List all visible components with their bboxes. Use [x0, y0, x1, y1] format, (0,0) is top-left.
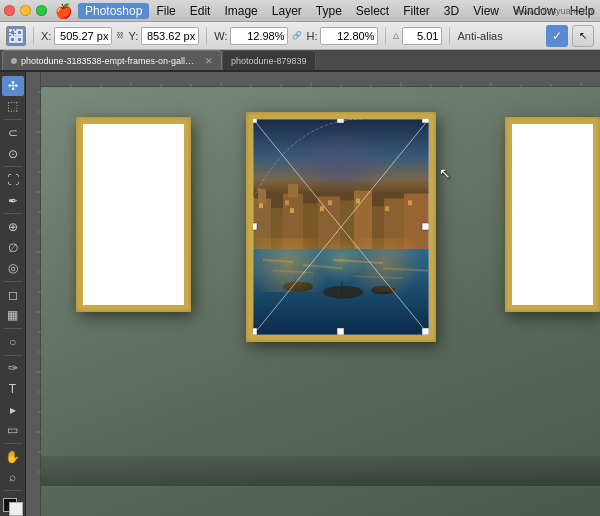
shape-tool-btn[interactable]: ▭ [2, 420, 24, 440]
menu-edit[interactable]: Edit [183, 3, 218, 19]
frame-center-inner [253, 119, 429, 335]
commit-button[interactable]: ✓ [546, 25, 568, 47]
w-field[interactable] [230, 27, 288, 45]
divider-2 [206, 27, 207, 45]
menu-type[interactable]: Type [309, 3, 349, 19]
y-field[interactable] [141, 27, 199, 45]
color-swatches[interactable] [3, 498, 23, 516]
divider-4 [449, 27, 450, 45]
path-select-tool-btn[interactable]: ▸ [2, 400, 24, 420]
svg-rect-59 [356, 199, 360, 204]
divider-3 [385, 27, 386, 45]
x-field[interactable] [54, 27, 112, 45]
venice-image [253, 119, 429, 335]
clone-tool-btn[interactable]: ◎ [2, 259, 24, 279]
watermark: www.missyuan.com [516, 6, 595, 16]
eraser-tool-btn[interactable]: ◻ [2, 285, 24, 305]
toolbar: ✣ ⬚ ⊂ ⊙ ⛶ ✒ ⊕ ∅ ◎ ◻ ▦ ○ ✑ T ▸ ▭ ✋ ⌕ [0, 72, 26, 516]
svg-rect-46 [288, 184, 298, 198]
x-label: X: [41, 30, 51, 42]
menu-3d[interactable]: 3D [437, 3, 466, 19]
frame-right [505, 117, 600, 312]
svg-rect-0 [10, 30, 15, 35]
options-bar: X: ⛓ Y: W: 🔗 H: △ Anti-alias ✓ ↖ [0, 22, 600, 50]
traffic-lights [4, 5, 47, 16]
svg-rect-2 [10, 37, 15, 42]
frame-left-inner [83, 124, 184, 305]
hand-tool-btn[interactable]: ✋ [2, 447, 24, 467]
divider-1 [33, 27, 34, 45]
apple-logo-icon[interactable]: 🍎 [55, 3, 72, 19]
frame-right-inner [512, 124, 593, 305]
tool-sep-8 [4, 490, 22, 491]
tool-sep-5 [4, 328, 22, 329]
x-position-group: X: [41, 27, 112, 45]
svg-rect-55 [285, 201, 289, 206]
link-proportional-icon: 🔗 [292, 31, 302, 40]
cursor-tool-btn[interactable]: ↖ [572, 25, 594, 47]
w-label: W: [214, 30, 227, 42]
menu-bar: 🍎 Photoshop File Edit Image Layer Type S… [0, 0, 600, 22]
h-label: H: [306, 30, 317, 42]
close-button[interactable] [4, 5, 15, 16]
svg-rect-61 [408, 201, 412, 206]
top-ruler [41, 72, 600, 87]
venice-lights [253, 238, 429, 292]
healing-tool-btn[interactable]: ⊕ [2, 217, 24, 237]
angle-group: △ [393, 27, 442, 45]
tool-sep-2 [4, 166, 22, 167]
svg-rect-58 [328, 201, 332, 206]
anti-alias-label: Anti-alias [457, 30, 502, 42]
menu-layer[interactable]: Layer [265, 3, 309, 19]
y-label: Y: [128, 30, 138, 42]
dodge-tool-btn[interactable]: ○ [2, 332, 24, 352]
eyedropper-tool-btn[interactable]: ✒ [2, 191, 24, 211]
svg-rect-56 [290, 209, 294, 214]
brush-tool-btn[interactable]: ∅ [2, 238, 24, 258]
angle-icon: △ [393, 31, 399, 40]
svg-rect-57 [320, 207, 324, 212]
angle-field[interactable] [402, 27, 442, 45]
maximize-button[interactable] [36, 5, 47, 16]
frame-left [76, 117, 191, 312]
svg-rect-43 [258, 189, 266, 204]
zoom-tool-btn[interactable]: ⌕ [2, 468, 24, 488]
tab-bar: photodune-3183538-empt-frames-on-gallery… [0, 50, 600, 72]
canvas-area[interactable]: ↖ [41, 87, 600, 516]
move-tool-btn[interactable]: ✣ [2, 76, 24, 96]
svg-rect-1 [17, 30, 22, 35]
menu-photoshop[interactable]: Photoshop [78, 3, 149, 19]
tool-sep-6 [4, 355, 22, 356]
menu-filter[interactable]: Filter [396, 3, 437, 19]
text-tool-btn[interactable]: T [2, 379, 24, 399]
quick-select-tool-btn[interactable]: ⊙ [2, 144, 24, 164]
h-size-group: H: [306, 27, 378, 45]
link-icon: ⛓ [116, 31, 124, 40]
left-ruler [26, 72, 41, 516]
minimize-button[interactable] [20, 5, 31, 16]
tab-main-document[interactable]: photodune-3183538-empt-frames-on-gallery… [2, 50, 222, 70]
tab-main-label: photodune-3183538-empt-frames-on-gallery… [21, 56, 198, 66]
pen-tool-btn[interactable]: ✑ [2, 359, 24, 379]
background-color[interactable] [9, 502, 23, 516]
anti-alias-area: Anti-alias [457, 30, 502, 42]
select-tool-icon[interactable] [6, 26, 26, 46]
svg-rect-54 [259, 204, 263, 209]
menu-select[interactable]: Select [349, 3, 396, 19]
main-area: ✣ ⬚ ⊂ ⊙ ⛶ ✒ ⊕ ∅ ◎ ◻ ▦ ○ ✑ T ▸ ▭ ✋ ⌕ [0, 72, 600, 516]
tab-close-button[interactable]: ✕ [205, 56, 213, 66]
svg-rect-60 [385, 207, 389, 212]
h-field[interactable] [320, 27, 378, 45]
y-position-group: Y: [128, 27, 199, 45]
menu-image[interactable]: Image [217, 3, 264, 19]
tab-second-document[interactable]: photodune-879839 [222, 50, 316, 70]
gradient-tool-btn[interactable]: ▦ [2, 306, 24, 326]
frame-center [246, 112, 436, 342]
tool-sep-4 [4, 281, 22, 282]
marquee-tool-btn[interactable]: ⬚ [2, 97, 24, 117]
lasso-tool-btn[interactable]: ⊂ [2, 123, 24, 143]
menu-file[interactable]: File [149, 3, 182, 19]
menu-view[interactable]: View [466, 3, 506, 19]
crop-tool-btn[interactable]: ⛶ [2, 170, 24, 190]
tab-second-label: photodune-879839 [231, 56, 307, 66]
